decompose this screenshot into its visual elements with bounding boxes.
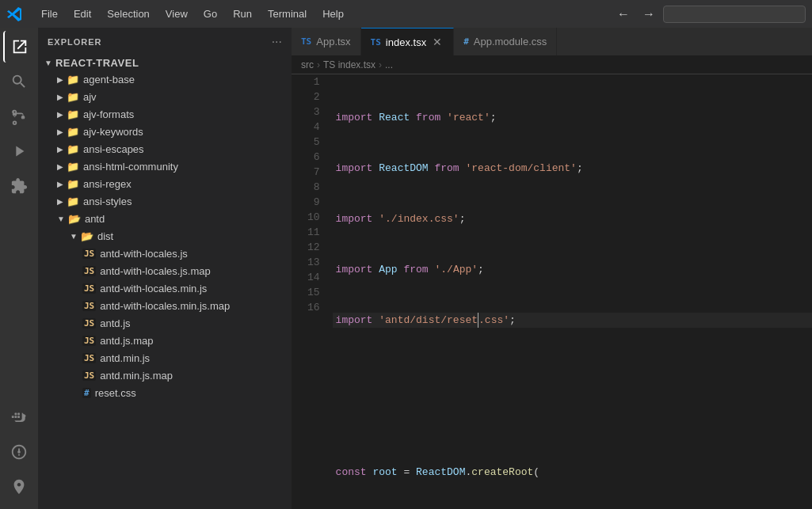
js-file-icon: JS: [82, 353, 96, 363]
nav-back-button[interactable]: ←: [612, 6, 635, 23]
tree-item-label: antd.js.map: [100, 335, 153, 347]
tree-item-ansi-regex[interactable]: ▶ 📁 ansi-regex: [38, 175, 292, 192]
tree-item-dist[interactable]: ▼ 📂 dist: [38, 227, 292, 245]
folder-icon: 📁: [67, 91, 79, 103]
menu-selection[interactable]: Selection: [101, 6, 155, 21]
tree-item-antd-with-locales-min-js-map[interactable]: JS antd-with-locales.min.js.map: [38, 297, 292, 314]
folder-icon: 📁: [67, 74, 79, 85]
tab-close-button[interactable]: ✕: [431, 36, 444, 48]
sidebar-overflow-button[interactable]: ···: [272, 35, 282, 49]
code-content[interactable]: import React from 'react'; import ReactD…: [333, 74, 812, 509]
folder-icon: 📁: [67, 178, 79, 190]
tree-item-ajv[interactable]: ▶ 📁 ajv: [38, 88, 292, 105]
sidebar-actions: ···: [272, 35, 282, 49]
chevron-right-icon: ▶: [57, 162, 63, 171]
svg-rect-0: [12, 416, 14, 418]
code-line-5: import 'antd/dist/reset .css';: [333, 313, 812, 328]
chevron-right-icon: ▶: [57, 75, 63, 84]
tab-label: App.module.css: [474, 36, 547, 47]
tree-item-antd-with-locales-js[interactable]: JS antd-with-locales.js: [38, 245, 292, 262]
chevron-down-icon: ▼: [44, 59, 52, 67]
menu-view[interactable]: View: [159, 6, 194, 21]
code-line-8: const root = ReactDOM.createRoot(: [333, 465, 812, 480]
menu-help[interactable]: Help: [316, 6, 350, 21]
tree-item-ansi-escapes[interactable]: ▶ 📁 ansi-escapes: [38, 140, 292, 158]
activity-remote-icon[interactable]: [3, 471, 35, 503]
tree-item-antd-min-js[interactable]: JS antd.min.js: [38, 349, 292, 367]
tab-app-tsx[interactable]: TS App.tsx: [292, 28, 361, 55]
folder-icon: 📁: [67, 108, 79, 120]
menu-run[interactable]: Run: [227, 6, 258, 21]
activity-kubernetes-icon[interactable]: [3, 436, 35, 468]
tree-item-label: ajv: [83, 91, 97, 103]
code-line-1: import React from 'react';: [333, 110, 812, 125]
folder-icon: 📁: [67, 126, 79, 138]
css-file-icon: #: [82, 388, 91, 398]
breadcrumb: src › TS index.tsx › ...: [292, 55, 812, 74]
code-editor[interactable]: 1 2 3 4 5 6 7 8 9 10 11 12 13 14 15 16: [292, 74, 812, 509]
sidebar-header: EXPLORER ···: [38, 28, 292, 55]
chevron-right-icon: ▶: [57, 180, 63, 188]
tree-item-ajv-formats[interactable]: ▶ 📁 ajv-formats: [38, 105, 292, 123]
line-number: 3: [307, 104, 320, 120]
chevron-right-icon: ▶: [57, 93, 63, 101]
tree-item-label: antd-with-locales.min.js: [100, 283, 207, 294]
breadcrumb-file: TS index.tsx: [323, 59, 376, 70]
line-numbers: 1 2 3 4 5 6 7 8 9 10 11 12 13 14 15 16: [292, 74, 333, 509]
tab-app-module-css[interactable]: # App.module.css: [454, 28, 557, 55]
root-folder-label: REACT-TRAVEL: [55, 57, 139, 69]
breadcrumb-src: src: [301, 59, 314, 70]
svg-rect-1: [15, 416, 17, 418]
chevron-down-icon: ▼: [70, 232, 78, 241]
line-number: 10: [307, 210, 320, 225]
menu-go[interactable]: Go: [197, 6, 223, 21]
tree-item-antd-js-map[interactable]: JS antd.js.map: [38, 332, 292, 349]
js-file-icon: JS: [82, 370, 96, 381]
tree-item-label: ansi-html-community: [83, 161, 178, 173]
activity-docker-icon[interactable]: [3, 401, 35, 433]
nav-forward-button[interactable]: →: [638, 6, 660, 23]
tree-item-label: ajv-keywords: [83, 126, 143, 138]
activity-search-icon[interactable]: [3, 66, 35, 97]
menu-edit[interactable]: Edit: [67, 6, 97, 21]
tree-item-label: antd-with-locales.js: [100, 248, 188, 260]
tree-item-antd-with-locales-min-js[interactable]: JS antd-with-locales.min.js: [38, 279, 292, 297]
js-file-icon: JS: [82, 301, 96, 311]
menu-file[interactable]: File: [35, 6, 64, 21]
tree-item-ansi-styles[interactable]: ▶ 📁 ansi-styles: [38, 192, 292, 210]
line-number: 9: [307, 195, 320, 210]
tree-item-reset-css[interactable]: # reset.css: [38, 384, 292, 401]
activity-source-control-icon[interactable]: [3, 101, 35, 132]
tab-index-tsx[interactable]: TS index.tsx ✕: [361, 28, 455, 55]
menu-terminal[interactable]: Terminal: [261, 6, 313, 21]
tab-label: index.tsx: [386, 36, 426, 48]
sidebar-content[interactable]: ▼ REACT-TRAVEL ▶ 📁 agent-base ▶ 📁 ajv ▶ …: [38, 55, 292, 509]
tree-item-ansi-html-community[interactable]: ▶ 📁 ansi-html-community: [38, 158, 292, 175]
tree-item-antd-with-locales-js-map[interactable]: JS antd-with-locales.js.map: [38, 262, 292, 279]
activity-explorer-icon[interactable]: [3, 31, 35, 63]
tree-item-antd[interactable]: ▼ 📂 antd: [38, 210, 292, 227]
search-input[interactable]: [663, 6, 806, 23]
line-number: 8: [307, 180, 320, 195]
tree-item-label: ansi-regex: [83, 178, 132, 190]
tree-item-label: reset.css: [95, 387, 136, 399]
folder-open-icon: 📂: [81, 230, 93, 242]
svg-rect-2: [17, 416, 20, 418]
tree-item-ajv-keywords[interactable]: ▶ 📁 ajv-keywords: [38, 123, 292, 140]
line-number: 4: [307, 120, 320, 135]
breadcrumb-separator: ›: [317, 59, 320, 70]
ts-icon: TS: [371, 37, 381, 47]
tab-label: App.tsx: [316, 36, 350, 47]
tree-root-react-travel[interactable]: ▼ REACT-TRAVEL: [38, 55, 292, 70]
activity-run-debug-icon[interactable]: [3, 135, 35, 167]
line-number: 5: [307, 135, 320, 150]
tree-item-antd-min-js-map[interactable]: JS antd.min.js.map: [38, 367, 292, 384]
tree-item-label: ansi-escapes: [83, 143, 144, 155]
chevron-down-icon: ▼: [57, 215, 65, 223]
tree-item-label: antd-with-locales.js.map: [100, 265, 210, 277]
tree-item-agent-base[interactable]: ▶ 📁 agent-base: [38, 70, 292, 88]
tree-item-antd-js[interactable]: JS antd.js: [38, 314, 292, 332]
chevron-right-icon: ▶: [57, 110, 63, 119]
activity-extensions-icon[interactable]: [3, 170, 35, 202]
vscode-logo-icon: [6, 6, 22, 22]
